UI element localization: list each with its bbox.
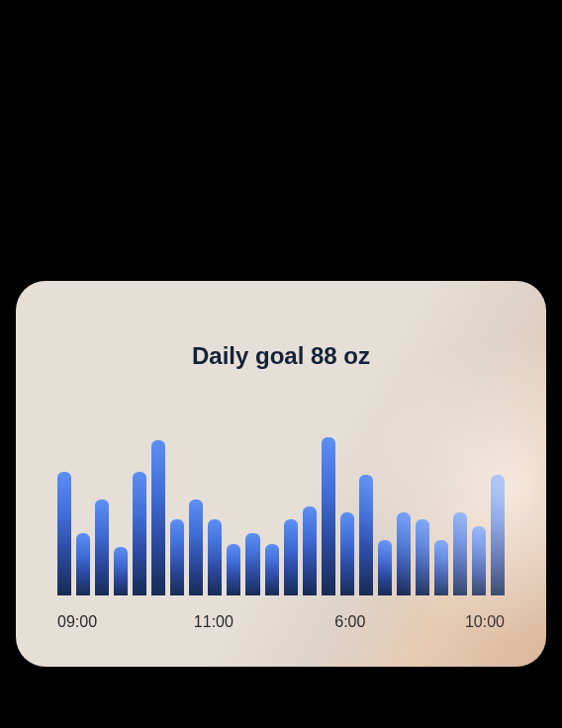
bar: [76, 533, 90, 595]
bar: [434, 540, 448, 595]
bar: [227, 544, 240, 595]
bar: [453, 512, 467, 595]
bar: [340, 512, 354, 595]
bar: [114, 547, 128, 595]
bar: [57, 472, 71, 595]
card-title: Daily goal 88 oz: [16, 342, 546, 370]
bar: [491, 475, 505, 595]
bar: [472, 526, 486, 595]
bar: [245, 533, 259, 595]
x-tick-label: 6:00: [334, 613, 365, 631]
bar: [151, 440, 165, 595]
bar: [303, 506, 317, 595]
bar-chart: [57, 423, 505, 595]
bar: [265, 544, 279, 595]
x-tick-label: 11:00: [194, 613, 234, 631]
bar: [284, 519, 298, 595]
bar: [378, 540, 392, 595]
bar: [95, 500, 109, 595]
x-tick-label: 10:00: [465, 613, 505, 631]
bar: [416, 519, 429, 595]
bar: [133, 472, 146, 595]
bar: [208, 519, 222, 595]
x-axis: 09:0011:006:0010:00: [57, 611, 505, 635]
x-tick-label: 09:00: [57, 613, 97, 631]
daily-goal-card: Daily goal 88 oz 09:0011:006:0010:00: [16, 281, 546, 667]
bar: [170, 519, 184, 595]
bar: [397, 512, 411, 595]
bar: [189, 500, 203, 595]
bar: [322, 437, 335, 595]
bar: [359, 475, 373, 595]
